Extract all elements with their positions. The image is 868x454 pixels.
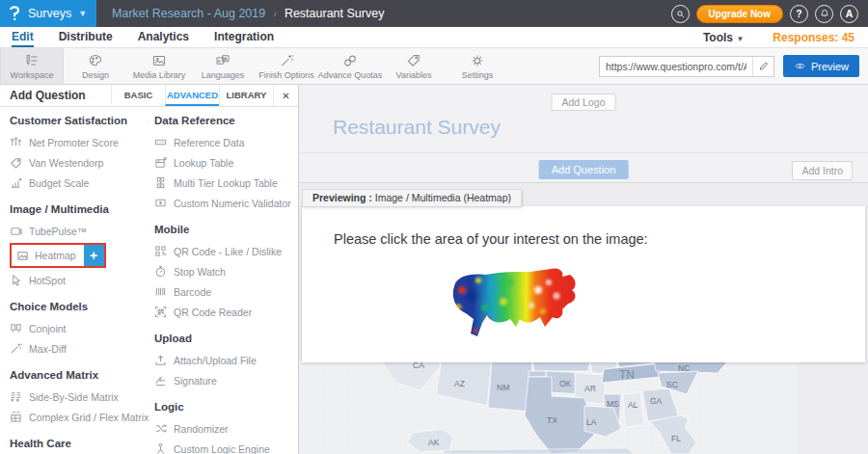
state-label-az: AZ: [454, 379, 465, 388]
section-title: Choice Models: [10, 301, 154, 312]
tools-menu[interactable]: Tools ▼: [703, 31, 744, 44]
question-type-custom-numeric-validator[interactable]: Custom Numeric Validator: [154, 193, 298, 213]
panel-tab-library[interactable]: LIBRARY: [219, 85, 273, 106]
question-preview-card: Please click the area of your interest o…: [302, 206, 865, 362]
panel-tab-advanced[interactable]: ADVANCED: [165, 85, 219, 106]
nav-tab-edit[interactable]: Edit: [12, 27, 34, 47]
grid-icon: [10, 411, 22, 423]
edit-url-button[interactable]: [752, 57, 773, 76]
question-type-heatmap-selected[interactable]: Heatmap+: [10, 243, 106, 268]
add-question-button[interactable]: Add Question: [539, 160, 629, 179]
toolbar-item-settings[interactable]: Settings: [446, 48, 509, 84]
close-panel-button[interactable]: ✕: [273, 85, 298, 106]
toolbar-item-languages[interactable]: Languages: [191, 48, 255, 84]
add-intro-button[interactable]: Add Intro: [792, 161, 853, 180]
sbs-icon: [10, 390, 22, 403]
add-heatmap-button[interactable]: +: [84, 245, 104, 266]
workspace-icon: [24, 53, 40, 68]
section-title: Mobile: [154, 224, 298, 235]
survey-title[interactable]: Restaurant Survey: [333, 116, 501, 139]
section-title: Data Reference: [154, 115, 298, 126]
survey-header: Add Logo Restaurant Survey Add Question …: [299, 85, 868, 183]
tag-icon: [10, 156, 22, 169]
divider: [299, 152, 868, 153]
nav-tab-distribute[interactable]: Distribute: [59, 27, 113, 47]
product-switcher[interactable]: Surveys ▼: [0, 0, 96, 27]
survey-url-input[interactable]: [600, 57, 752, 76]
question-type-tubepulse[interactable]: TubePulse™: [10, 221, 154, 241]
toolbar-item-media-library[interactable]: Media Library: [127, 48, 191, 84]
nav-tab-analytics[interactable]: Analytics: [138, 27, 189, 47]
previewing-label: Previewing : Image / Multimedia (Heatmap…: [302, 189, 522, 207]
question-type-net-promoter-score[interactable]: Net Promoter Score: [10, 132, 154, 152]
video-icon: [10, 225, 22, 237]
breadcrumb-folder[interactable]: Market Research - Aug 2019: [112, 7, 265, 20]
panel-column-2: Data ReferenceReference DataLookup Table…: [154, 115, 298, 454]
heatmap-usa-image[interactable]: [443, 263, 592, 345]
question-type-qr-code-like-dislike[interactable]: QR Code - Like / Dislike: [154, 241, 298, 261]
toolbar-item-variables[interactable]: Variables: [382, 48, 446, 84]
conjoint-icon: [10, 322, 22, 334]
section-title: Health Care: [10, 438, 154, 449]
breadcrumb-current: Restaurant Survey: [285, 7, 385, 20]
us-map-background: CAAZNMOKARTNNCSCMSALGATXLAFLAK: [299, 360, 868, 454]
bell-icon: [819, 8, 830, 19]
refdata-icon: [154, 136, 167, 148]
question-type-signature[interactable]: Signature: [154, 370, 298, 390]
section-data-reference: Data ReferenceReference DataLookup Table…: [154, 115, 298, 213]
upgrade-now-button[interactable]: Upgrade Now: [696, 5, 783, 23]
help-button[interactable]: ?: [790, 5, 808, 23]
add-logo-button[interactable]: Add Logo: [552, 93, 616, 111]
avatar[interactable]: A: [840, 5, 858, 23]
questionpro-logo-icon: [8, 6, 21, 21]
state-label-al: AL: [628, 400, 638, 410]
responses-count[interactable]: Responses: 45: [773, 31, 854, 44]
panel-title: Add Question: [0, 85, 111, 106]
state-label-nc: NC: [678, 363, 690, 373]
question-type-custom-logic-engine[interactable]: Custom Logic Engine: [154, 439, 298, 454]
preview-button[interactable]: Preview: [783, 55, 859, 77]
pencil-icon: [758, 61, 769, 71]
question-type-attach-upload-file[interactable]: Attach/Upload File: [154, 350, 298, 370]
panel-tab-basic[interactable]: BASIC: [111, 85, 165, 106]
state-label-ok: OK: [559, 379, 572, 388]
multitier-icon: [154, 176, 167, 189]
section-choice-models: Choice ModelsConjointMax-Diff: [10, 301, 154, 359]
image-icon: [16, 250, 29, 262]
breadcrumb: Market Research - Aug 2019 › Restaurant …: [112, 7, 384, 20]
toolbar-item-finish-options[interactable]: Finish Options: [255, 48, 318, 84]
us-states-map[interactable]: CAAZNMOKARTNNCSCMSALGATXLAFLAK: [299, 360, 798, 454]
lookup-icon: [154, 156, 167, 169]
notifications-button[interactable]: [815, 5, 833, 23]
section-image-multimedia: Image / MultimediaTubePulse™Heatmap+HotS…: [10, 203, 154, 290]
panel-column-1: Customer SatisfactionNet Promoter ScoreV…: [10, 115, 154, 454]
links-icon: [342, 53, 358, 68]
section-health-care: Health CareHomunculus Question: [10, 438, 154, 454]
question-type-multi-tier-lookup-table[interactable]: Multi Tier Lookup Table: [154, 173, 298, 193]
question-type-conjoint[interactable]: Conjoint: [10, 318, 154, 338]
languages-icon: [215, 53, 231, 68]
toolbar-item-advance-quotas[interactable]: Advance Quotas: [318, 48, 382, 84]
nav-tab-integration[interactable]: Integration: [214, 27, 274, 47]
question-type-hotspot[interactable]: HotSpot: [10, 270, 154, 290]
question-type-side-by-side-matrix[interactable]: Side-By-Side Matrix: [10, 387, 154, 407]
question-type-complex-grid-flex-matrix[interactable]: Complex Grid / Flex Matrix: [10, 407, 154, 427]
toolbar-item-workspace[interactable]: Workspace: [0, 48, 64, 84]
search-button[interactable]: [671, 5, 690, 23]
chevron-down-icon: ▼: [78, 9, 87, 18]
question-type-stop-watch[interactable]: Stop Watch: [154, 261, 298, 281]
question-type-randomizer[interactable]: Randomizer: [154, 418, 298, 439]
question-type-lookup-table[interactable]: Lookup Table: [154, 152, 298, 173]
question-type-van-westendorp[interactable]: Van Westendorp: [10, 152, 154, 173]
qrreader-icon: [154, 306, 167, 318]
question-type-budget-scale[interactable]: Budget Scale: [10, 173, 154, 193]
state-label-ar: AR: [584, 384, 596, 393]
survey-editor: Add Logo Restaurant Survey Add Question …: [299, 85, 868, 454]
question-type-reference-data[interactable]: Reference Data: [154, 132, 298, 152]
branch-icon: [154, 442, 167, 454]
survey-url-box: [599, 56, 774, 77]
toolbar-item-design[interactable]: Design: [64, 48, 127, 84]
question-type-max-diff[interactable]: Max-Diff: [10, 338, 154, 359]
question-type-qr-code-reader[interactable]: QR Code Reader: [154, 302, 298, 322]
question-type-barcode[interactable]: Barcode: [154, 281, 298, 302]
